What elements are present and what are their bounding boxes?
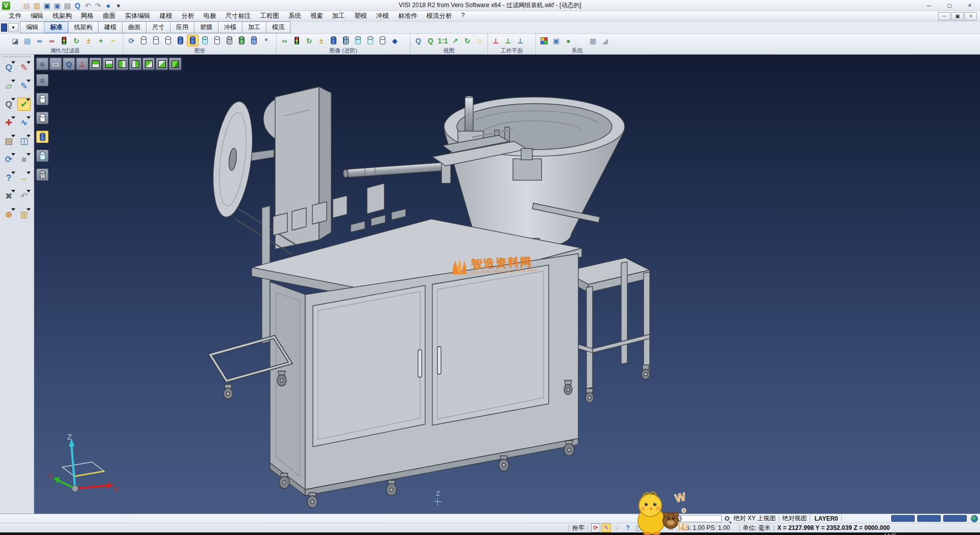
tab-冲模[interactable]: 冲模 bbox=[218, 21, 242, 33]
undo-view-icon[interactable]: ↶ bbox=[17, 189, 31, 203]
menu-编辑[interactable]: 编辑 bbox=[26, 11, 48, 21]
snap-grid-icon[interactable]: ▩ bbox=[587, 35, 599, 46]
menu-标准件[interactable]: 标准件 bbox=[394, 11, 422, 21]
display-hidden-line-icon[interactable] bbox=[36, 112, 48, 124]
mdi-restore-button[interactable]: ▣ bbox=[951, 12, 964, 20]
column-striped-icon[interactable] bbox=[340, 35, 352, 46]
print-preview-icon[interactable]: Q bbox=[73, 1, 82, 10]
menu-线架构[interactable]: 线架构 bbox=[48, 11, 77, 21]
tab-线架构[interactable]: 线架构 bbox=[68, 21, 99, 33]
save-as-icon[interactable]: ▣ bbox=[53, 1, 62, 10]
view-mode-label[interactable]: 绝对 XY 上视图 bbox=[733, 514, 775, 523]
open-document-icon[interactable]: ▥ bbox=[17, 208, 31, 221]
new-file-icon[interactable]: ▯ bbox=[12, 1, 21, 10]
visibility-minus-icon[interactable]: − bbox=[107, 35, 119, 46]
display-shaded-edges-icon[interactable] bbox=[36, 150, 48, 162]
wand-icon[interactable]: ✎ bbox=[602, 523, 611, 532]
minimize-button[interactable]: ─ bbox=[919, 0, 939, 11]
curve-edit-icon[interactable]: ∿ bbox=[17, 116, 31, 129]
color-grid-icon[interactable] bbox=[538, 35, 550, 46]
column-blue-icon[interactable] bbox=[328, 35, 339, 46]
menu-建模[interactable]: 建模 bbox=[155, 11, 177, 21]
tab-塑膜[interactable]: 塑膜 bbox=[194, 21, 218, 33]
help-icon[interactable]: ? bbox=[2, 171, 15, 184]
draft-ramp-icon[interactable]: ◢ bbox=[599, 35, 611, 46]
measure-icon[interactable]: ↔ bbox=[17, 171, 31, 184]
color-swatch-1[interactable] bbox=[891, 515, 915, 522]
attribute-page-icon[interactable]: ▤ bbox=[21, 35, 33, 46]
close-button[interactable]: × bbox=[960, 0, 980, 11]
tab-编辑[interactable]: 编辑 bbox=[20, 21, 44, 33]
zoom-all-icon[interactable]: Q bbox=[63, 58, 75, 70]
redo-icon[interactable]: ↷ bbox=[93, 1, 103, 10]
zoom-options-icon[interactable]: Q bbox=[2, 98, 15, 111]
search-magnifier-icon[interactable] bbox=[725, 516, 729, 521]
shield-icon[interactable]: ◆ bbox=[389, 35, 401, 46]
view-iso-icon[interactable] bbox=[169, 58, 181, 70]
color-swatch-3[interactable] bbox=[943, 515, 967, 522]
camera-plus-minus-icon[interactable]: ± bbox=[315, 35, 327, 46]
workplane-new-icon[interactable]: ⊥ bbox=[514, 35, 526, 46]
viewport-3d[interactable]: ≡▭Q⊥ ≡ 智造资料网 KQS-JNDSJ MANUFACTURED DATA bbox=[34, 55, 980, 514]
grid-toggle-icon[interactable]: ▦ bbox=[575, 35, 586, 46]
tab-标准[interactable]: 标准 bbox=[44, 21, 68, 33]
globe-icon[interactable] bbox=[971, 515, 978, 522]
mdi-minimize-button[interactable]: ─ bbox=[938, 12, 950, 20]
qat-dropdown-icon[interactable]: ▾ bbox=[114, 1, 123, 10]
solid-cube-icon[interactable]: ■ bbox=[17, 153, 31, 166]
tab-应用[interactable]: 应用 bbox=[170, 21, 194, 33]
camera-traffic-light-icon[interactable] bbox=[291, 35, 303, 46]
snap-toggle-icon[interactable]: ⟳ bbox=[591, 523, 600, 532]
open-model-icon[interactable]: ▥ bbox=[32, 1, 41, 10]
menu-塑模[interactable]: 塑模 bbox=[350, 11, 372, 21]
menu-模流分析[interactable]: 模流分析 bbox=[422, 11, 457, 21]
layer-indicator[interactable]: LAYER0 bbox=[815, 515, 838, 522]
lock-label[interactable]: 拴牢 bbox=[572, 524, 584, 532]
menu-电极[interactable]: 电极 bbox=[199, 11, 221, 21]
save-icon[interactable]: ▣ bbox=[42, 1, 52, 10]
render-mixed-icon[interactable] bbox=[236, 35, 248, 46]
menu-尺寸标注[interactable]: 尺寸标注 bbox=[221, 11, 256, 21]
mdi-close-button[interactable]: × bbox=[965, 12, 977, 20]
print-icon[interactable]: ▤ bbox=[63, 1, 72, 10]
zoom-selection-icon[interactable]: Q bbox=[2, 61, 15, 74]
display-menu-icon[interactable]: ≡ bbox=[36, 74, 48, 86]
units-indicator[interactable]: 单位: 毫米 bbox=[743, 524, 771, 532]
plane-view-icon[interactable]: ▱ bbox=[2, 79, 15, 92]
menu-实体编辑[interactable]: 实体编辑 bbox=[120, 11, 155, 21]
render-settings-icon[interactable]: * bbox=[260, 35, 272, 46]
regen-view-icon[interactable]: ⟳ bbox=[2, 153, 15, 166]
absolute-view-label[interactable]: 绝对视图 bbox=[782, 514, 807, 523]
menu-冲模[interactable]: 冲模 bbox=[372, 11, 394, 21]
color-swatch-2[interactable] bbox=[917, 515, 941, 522]
render-copy-icon[interactable] bbox=[248, 35, 260, 46]
render-wireframe-2-icon[interactable] bbox=[150, 35, 162, 46]
menu-系统[interactable]: 系统 bbox=[284, 11, 306, 21]
menu-网格[interactable]: 网格 bbox=[77, 11, 99, 21]
dock-drag-handle[interactable] bbox=[3, 56, 31, 59]
pick-hand-icon[interactable]: ☞ bbox=[612, 523, 622, 532]
cylinder-page-icon[interactable] bbox=[364, 35, 376, 46]
pan-icon[interactable]: ↗ bbox=[449, 35, 461, 46]
undo-icon[interactable]: ↶ bbox=[83, 1, 92, 10]
maximize-button[interactable]: □ bbox=[939, 0, 960, 11]
sketch-icon[interactable]: ✎ bbox=[17, 79, 31, 92]
menu-?[interactable]: ? bbox=[457, 11, 470, 21]
visibility-remove-icon[interactable]: ∞ bbox=[46, 35, 58, 46]
display-hatch-icon[interactable] bbox=[36, 168, 48, 181]
visibility-plus-minus-icon[interactable]: ± bbox=[83, 35, 94, 46]
visibility-add-icon[interactable]: ∞ bbox=[34, 35, 45, 46]
visi-logo-icon[interactable]: V bbox=[2, 2, 10, 10]
render-shaded-dark-icon[interactable] bbox=[175, 35, 186, 46]
render-balls-icon[interactable]: ● bbox=[562, 35, 574, 46]
tab-曲面[interactable]: 曲面 bbox=[122, 21, 146, 33]
ucs-move-icon[interactable]: ✚ bbox=[2, 116, 15, 129]
tab-dropdown-button[interactable]: ▼ bbox=[8, 23, 18, 32]
confirm-icon[interactable]: ✔ bbox=[17, 98, 31, 111]
menu-工程图[interactable]: 工程图 bbox=[256, 11, 284, 21]
visi-ball-icon[interactable]: ● bbox=[104, 1, 113, 10]
erase-icon[interactable]: ✎ bbox=[17, 61, 31, 74]
view-top-icon[interactable] bbox=[89, 58, 102, 70]
render-hidden-line-icon[interactable] bbox=[224, 35, 235, 46]
view-right-icon[interactable] bbox=[129, 58, 141, 70]
